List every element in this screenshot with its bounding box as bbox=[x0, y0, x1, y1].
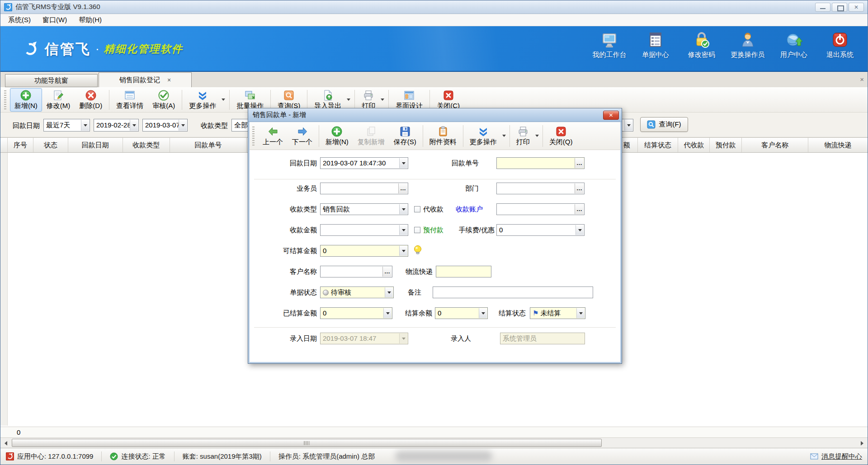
tabbar-close-icon[interactable]: × bbox=[860, 75, 864, 83]
scrollbar-thumb[interactable] bbox=[12, 439, 602, 447]
chevron-down-icon[interactable] bbox=[479, 308, 487, 318]
menu-help[interactable]: 帮助(H) bbox=[73, 16, 108, 24]
receipt-account-link[interactable]: 收款账户 bbox=[456, 203, 483, 215]
menu-system[interactable]: 系统(S) bbox=[2, 16, 37, 24]
remark-input[interactable] bbox=[433, 287, 593, 298]
browse-ellipsis-button[interactable]: … bbox=[398, 183, 407, 193]
col-settle-status[interactable]: 结算状态 bbox=[638, 138, 679, 152]
chevron-down-icon[interactable] bbox=[576, 308, 585, 318]
scroll-right-button[interactable] bbox=[858, 439, 867, 447]
doc-status-combo[interactable]: 待审核 bbox=[320, 287, 394, 298]
payment-date-combo[interactable]: 2019-03-07 18:47:30 bbox=[320, 157, 408, 169]
chevron-down-icon[interactable] bbox=[624, 120, 632, 131]
scroll-left-button[interactable] bbox=[1, 439, 10, 447]
amount-combo[interactable] bbox=[320, 224, 408, 236]
dialog-more-actions-button[interactable]: 更多操作 bbox=[465, 123, 501, 149]
salesman-input[interactable]: … bbox=[320, 183, 408, 194]
more-actions-dropdown-icon[interactable] bbox=[502, 135, 506, 137]
settled-combo[interactable]: 0 bbox=[320, 307, 392, 319]
chevron-down-icon[interactable] bbox=[130, 120, 138, 131]
delete-button[interactable]: 删除(D) bbox=[75, 88, 107, 112]
col-logistics[interactable]: 物流快递 bbox=[808, 138, 868, 152]
menu-window[interactable]: 窗口(W) bbox=[37, 16, 73, 24]
col-status[interactable]: 状态 bbox=[33, 138, 68, 152]
close-window-button[interactable]: ✕ bbox=[849, 3, 864, 12]
balance-combo[interactable]: 0 bbox=[435, 307, 488, 319]
dialog-print-button[interactable]: 打印 bbox=[512, 123, 534, 149]
col-doc-no[interactable]: 回款单号 bbox=[170, 138, 247, 152]
save-button[interactable]: 保存(S) bbox=[389, 123, 421, 149]
entry-user-input bbox=[500, 333, 585, 344]
attachments-button[interactable]: 附件资料 bbox=[425, 123, 461, 149]
more-actions-dropdown-icon[interactable] bbox=[222, 99, 225, 101]
logistics-input[interactable] bbox=[436, 266, 491, 277]
view-detail-button[interactable]: 查看详情 bbox=[112, 88, 148, 112]
tab-close-icon[interactable]: × bbox=[167, 76, 171, 84]
nav-label: 用户中心 bbox=[780, 51, 807, 59]
minimize-button[interactable] bbox=[815, 3, 830, 12]
date-preset-combo[interactable]: 最近7天 bbox=[43, 119, 90, 132]
query-filter-button[interactable]: 查询(F) bbox=[640, 117, 688, 132]
dialog-add-button[interactable]: 新增(N) bbox=[321, 123, 353, 149]
balance-label: 结算余额 bbox=[399, 307, 432, 319]
date-to-combo[interactable]: 2019-03-07 bbox=[142, 119, 188, 132]
settleable-combo[interactable]: 0 bbox=[320, 245, 408, 257]
col-collection[interactable]: 代收款 bbox=[678, 138, 710, 152]
fee-combo[interactable]: 0 bbox=[496, 224, 585, 236]
chevron-down-icon[interactable] bbox=[576, 225, 584, 235]
col-payment-date[interactable]: 回款日期 bbox=[68, 138, 123, 152]
import-export-dropdown-icon[interactable] bbox=[347, 99, 350, 101]
settle-status-combo[interactable]: ⚑未结算 bbox=[530, 307, 585, 319]
customer-input[interactable]: … bbox=[320, 266, 392, 277]
chevron-down-icon[interactable] bbox=[385, 287, 393, 297]
chevron-down-icon[interactable] bbox=[399, 225, 407, 235]
add-button[interactable]: 新增(N) bbox=[10, 88, 42, 112]
browse-ellipsis-button[interactable]: … bbox=[575, 183, 584, 193]
toolbar-grip[interactable] bbox=[4, 90, 6, 109]
doc-no-input[interactable]: … bbox=[496, 157, 585, 169]
brand-logo: 信管飞 · 精细化管理软件 bbox=[21, 26, 183, 72]
col-receipt-type[interactable]: 收款类型 bbox=[123, 138, 170, 152]
dialog-close-action-button[interactable]: 关闭(Q) bbox=[545, 123, 577, 149]
edit-button[interactable]: 修改(M) bbox=[42, 88, 75, 112]
chevron-down-icon[interactable] bbox=[399, 246, 407, 256]
audit-button[interactable]: 审核(A) bbox=[148, 88, 179, 112]
collection-checkbox[interactable] bbox=[414, 206, 420, 212]
dialog-titlebar[interactable]: 销售回款单 - 新增 ✕ bbox=[248, 108, 622, 122]
browse-ellipsis-button[interactable]: … bbox=[382, 267, 392, 277]
chevron-down-icon[interactable] bbox=[399, 204, 407, 214]
prev-record-button[interactable]: 上一个 bbox=[258, 123, 288, 149]
nav-my-workbench[interactable]: 我的工作台 bbox=[586, 31, 632, 59]
maximize-button[interactable] bbox=[832, 3, 847, 12]
tab-sales-payment-register[interactable]: 销售回款登记 × bbox=[99, 72, 192, 87]
tab-function-nav[interactable]: 功能导航窗 bbox=[5, 74, 98, 87]
prepay-checkbox[interactable] bbox=[414, 227, 420, 233]
nav-change-password[interactable]: 修改密码 bbox=[679, 31, 725, 59]
chevron-down-icon[interactable] bbox=[383, 308, 392, 318]
next-record-button[interactable]: 下一个 bbox=[288, 123, 317, 149]
col-customer[interactable]: 客户名称 bbox=[742, 138, 808, 152]
more-actions-button[interactable]: 更多操作 bbox=[184, 88, 221, 112]
chevron-down-icon[interactable] bbox=[179, 120, 187, 131]
date-from-combo[interactable]: 2019-02-28 bbox=[94, 119, 139, 132]
print-dropdown-icon[interactable] bbox=[535, 135, 539, 137]
chevron-down-icon[interactable] bbox=[399, 158, 407, 168]
horizontal-scrollbar[interactable] bbox=[0, 437, 868, 448]
nav-exit-system[interactable]: 退出系统 bbox=[817, 31, 863, 59]
col-seq[interactable]: 序号 bbox=[8, 138, 33, 152]
browse-ellipsis-button[interactable]: … bbox=[575, 204, 584, 214]
toolbar-grip[interactable] bbox=[252, 127, 255, 146]
receipt-type-combo[interactable]: 销售回款 bbox=[320, 203, 408, 215]
receipt-account-input[interactable]: … bbox=[496, 203, 585, 215]
nav-switch-operator[interactable]: 更换操作员 bbox=[725, 31, 771, 59]
dialog-close-button[interactable]: ✕ bbox=[603, 111, 619, 120]
col-prepay[interactable]: 预付款 bbox=[710, 138, 742, 152]
browse-ellipsis-button[interactable]: … bbox=[575, 158, 584, 168]
department-input[interactable]: … bbox=[496, 183, 585, 194]
chevron-down-icon[interactable] bbox=[81, 120, 89, 131]
nav-document-center[interactable]: 单据中心 bbox=[632, 31, 679, 59]
print-dropdown-icon[interactable] bbox=[381, 99, 384, 101]
message-center-link[interactable]: 消息提醒中心 bbox=[810, 452, 862, 461]
hint-bulb-icon[interactable] bbox=[413, 245, 422, 256]
nav-user-center[interactable]: 用户中心 bbox=[771, 31, 817, 59]
